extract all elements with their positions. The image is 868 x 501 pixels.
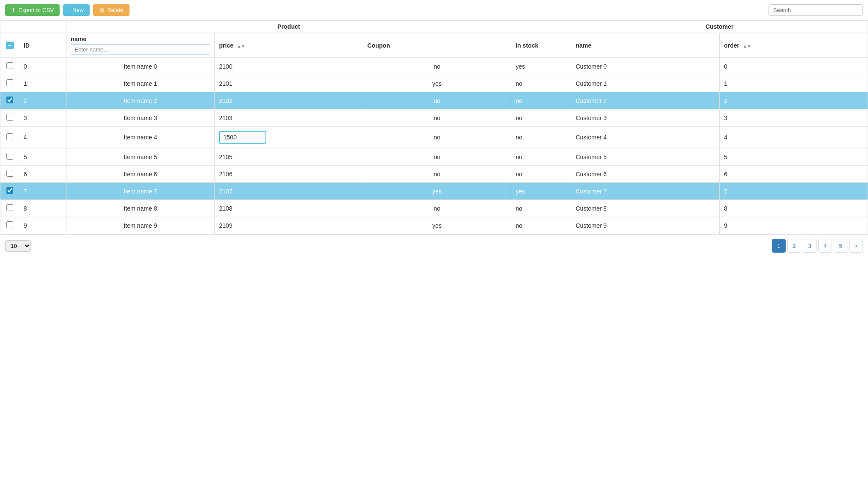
table-footer: 102550100 12345> xyxy=(0,234,868,257)
row-checkbox-cell xyxy=(0,92,19,109)
row-checkbox-cell xyxy=(0,127,19,148)
col-header-price[interactable]: price ▲▼ xyxy=(214,33,363,58)
pagination-next-button[interactable]: > xyxy=(849,239,863,253)
row-checkbox-cell xyxy=(0,75,19,92)
row-item-name: Item name 8 xyxy=(66,200,215,217)
row-order: 2 xyxy=(720,92,868,109)
row-price: 2103 xyxy=(214,109,363,127)
row-coupon: no xyxy=(363,109,511,127)
col-header-check: − xyxy=(0,33,19,58)
row-instock: yes xyxy=(511,58,571,75)
row-id: 9 xyxy=(19,217,66,234)
group-header-check xyxy=(0,21,19,33)
row-instock: no xyxy=(511,109,571,127)
group-header-product: Product xyxy=(66,21,511,33)
row-order: 5 xyxy=(720,148,868,166)
page-button-1[interactable]: 1 xyxy=(772,239,786,253)
export-icon: ⬆ xyxy=(11,7,16,13)
trash-icon: 🗑 xyxy=(99,7,105,13)
row-checkbox-cell xyxy=(0,58,19,75)
new-label: +New xyxy=(69,7,84,13)
row-item-name: Item name 6 xyxy=(66,166,215,183)
row-coupon: no xyxy=(363,148,511,166)
search-input[interactable] xyxy=(769,4,863,16)
row-customer-name: Customer 2 xyxy=(571,92,720,109)
row-customer-name: Customer 3 xyxy=(571,109,720,127)
row-checkbox-cell xyxy=(0,183,19,200)
row-order: 0 xyxy=(720,58,868,75)
row-price: 2107 xyxy=(214,183,363,200)
name-filter-input[interactable] xyxy=(71,44,210,55)
row-checkbox[interactable] xyxy=(6,97,13,103)
page-button-5[interactable]: 5 xyxy=(834,239,847,253)
data-table-container: Product Customer − ID name price ▲▼ Coup… xyxy=(0,21,868,234)
row-checkbox[interactable] xyxy=(6,133,13,140)
row-price: 2109 xyxy=(214,217,363,234)
new-button[interactable]: +New xyxy=(63,4,90,16)
row-item-name: Item name 5 xyxy=(66,148,215,166)
column-label-row: − ID name price ▲▼ Coupon In stock name … xyxy=(0,33,868,58)
row-instock: no xyxy=(511,92,571,109)
table-row: 7Item name 72107yesyesCustomer 77 xyxy=(0,183,868,200)
row-item-name: Item name 0 xyxy=(66,58,215,75)
row-checkbox[interactable] xyxy=(6,79,13,86)
row-checkbox[interactable] xyxy=(6,170,13,177)
row-coupon: no xyxy=(363,58,511,75)
row-instock: no xyxy=(511,166,571,183)
row-id: 4 xyxy=(19,127,66,148)
table-row: 4Item name 4nonoCustomer 44 xyxy=(0,127,868,148)
row-checkbox[interactable] xyxy=(6,221,13,228)
row-customer-name: Customer 4 xyxy=(571,127,720,148)
row-order: 8 xyxy=(720,200,868,217)
col-header-order[interactable]: order ▲▼ xyxy=(720,33,868,58)
row-instock: no xyxy=(511,127,571,148)
row-checkbox[interactable] xyxy=(6,114,13,121)
table-row: 3Item name 32103nonoCustomer 33 xyxy=(0,109,868,127)
table-row: 1Item name 12101yesnoCustomer 11 xyxy=(0,75,868,92)
row-checkbox[interactable] xyxy=(6,187,13,194)
row-coupon: no xyxy=(363,200,511,217)
pagination: 12345> xyxy=(772,239,863,253)
row-price: 2100 xyxy=(214,58,363,75)
row-instock: no xyxy=(511,75,571,92)
row-id: 1 xyxy=(19,75,66,92)
group-header-id xyxy=(19,21,66,33)
price-edit-input[interactable] xyxy=(219,131,266,144)
row-checkbox[interactable] xyxy=(6,62,13,69)
col-header-cname: name xyxy=(571,33,720,58)
row-checkbox[interactable] xyxy=(6,153,13,160)
page-button-4[interactable]: 4 xyxy=(818,239,832,253)
row-item-name: Item name 1 xyxy=(66,75,215,92)
delete-button[interactable]: 🗑 Delete xyxy=(93,4,130,16)
row-instock: yes xyxy=(511,183,571,200)
col-header-name: name xyxy=(66,33,215,58)
row-customer-name: Customer 8 xyxy=(571,200,720,217)
select-all-button[interactable]: − xyxy=(6,42,14,49)
row-coupon: yes xyxy=(363,75,511,92)
row-item-name: Item name 2 xyxy=(66,92,215,109)
row-id: 3 xyxy=(19,109,66,127)
row-price: 2108 xyxy=(214,200,363,217)
row-price: 2106 xyxy=(214,166,363,183)
table-row: 8Item name 82108nonoCustomer 88 xyxy=(0,200,868,217)
row-checkbox[interactable] xyxy=(6,204,13,211)
page-size-select[interactable]: 102550100 xyxy=(5,240,31,252)
page-button-3[interactable]: 3 xyxy=(803,239,817,253)
row-order: 3 xyxy=(720,109,868,127)
delete-label: Delete xyxy=(107,7,124,13)
row-id: 6 xyxy=(19,166,66,183)
page-button-2[interactable]: 2 xyxy=(787,239,801,253)
col-header-coupon: Coupon xyxy=(363,33,511,58)
row-id: 2 xyxy=(19,92,66,109)
row-item-name: Item name 7 xyxy=(66,183,215,200)
row-checkbox-cell xyxy=(0,166,19,183)
row-order: 7 xyxy=(720,183,868,200)
row-coupon: no xyxy=(363,127,511,148)
table-row: 2Item name 22102nonoCustomer 22 xyxy=(0,92,868,109)
row-item-name: Item name 4 xyxy=(66,127,215,148)
row-checkbox-cell xyxy=(0,217,19,234)
row-price[interactable] xyxy=(214,127,363,148)
export-csv-button[interactable]: ⬆ Export to CSV xyxy=(5,4,60,16)
row-customer-name: Customer 6 xyxy=(571,166,720,183)
table-row: 0Item name 02100noyesCustomer 00 xyxy=(0,58,868,75)
